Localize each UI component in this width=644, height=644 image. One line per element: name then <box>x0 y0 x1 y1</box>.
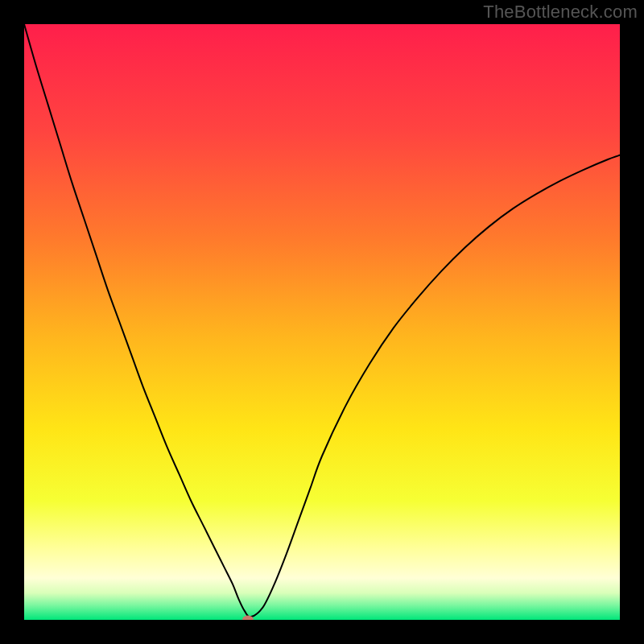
chart-frame: TheBottleneck.com <box>0 0 644 644</box>
minimum-marker <box>242 616 254 621</box>
bottleneck-curve <box>24 24 620 617</box>
curve-layer <box>24 24 620 620</box>
watermark-text: TheBottleneck.com <box>483 2 638 23</box>
plot-area <box>24 24 620 620</box>
